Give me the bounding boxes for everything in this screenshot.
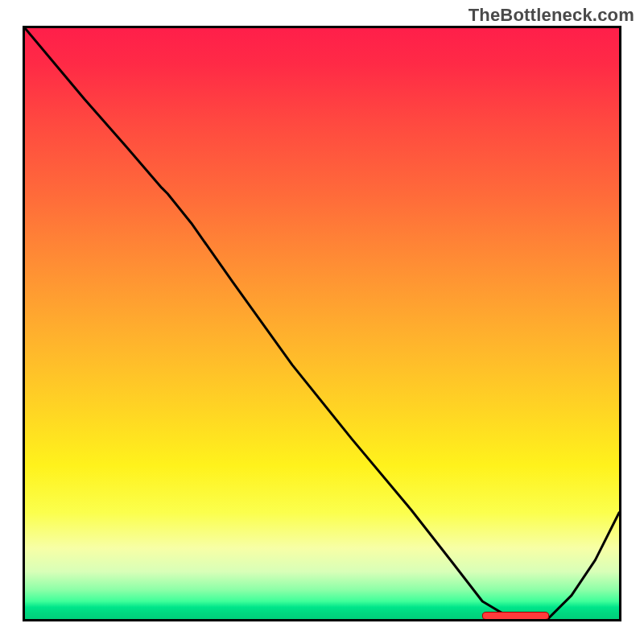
chart-page: TheBottleneck.com <box>0 0 644 644</box>
bottleneck-curve-line <box>25 28 619 619</box>
curve-svg <box>25 28 619 619</box>
bottom-highlight-marker <box>482 612 549 620</box>
watermark-text: TheBottleneck.com <box>469 5 634 26</box>
plot-area <box>23 26 621 621</box>
